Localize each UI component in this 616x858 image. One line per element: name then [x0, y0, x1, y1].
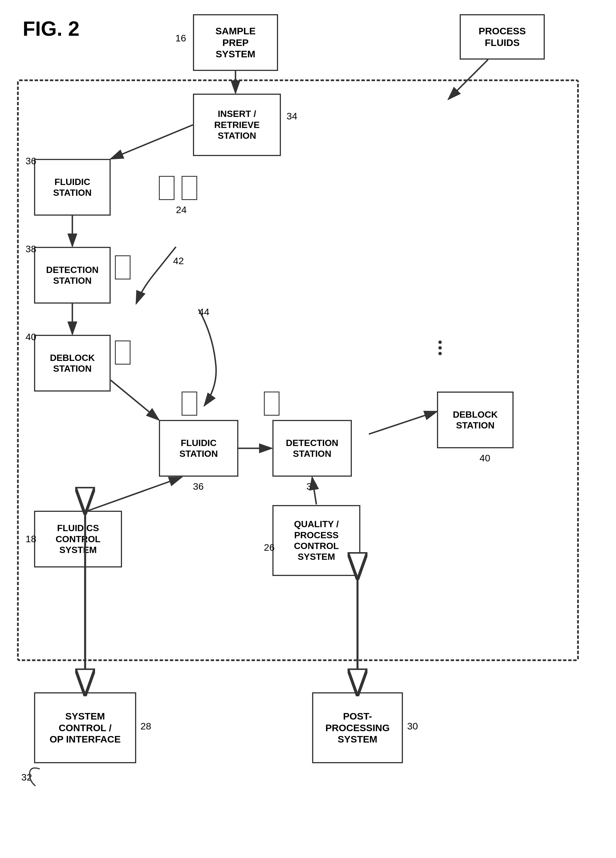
- chip-6: [264, 392, 280, 416]
- ref-24: 24: [176, 204, 187, 215]
- insert-retrieve-box: INSERT / RETRIEVE STATION: [193, 94, 281, 156]
- fluidic-station-top: FLUIDIC STATION: [34, 159, 110, 216]
- post-processing-box: POST- PROCESSING SYSTEM: [312, 692, 403, 763]
- sample-prep-box: SAMPLE PREP SYSTEM: [193, 14, 278, 71]
- detection-station-mid: DETECTION STATION: [272, 420, 352, 477]
- fluidic-station-mid: FLUIDIC STATION: [159, 420, 238, 477]
- ref-36b: 36: [193, 481, 204, 492]
- ref-32: 32: [21, 772, 32, 783]
- system-control-box: SYSTEM CONTROL / OP INTERFACE: [34, 692, 136, 763]
- ref-34: 34: [286, 110, 297, 122]
- ref-28: 28: [140, 721, 151, 732]
- ref-16: 16: [175, 33, 186, 44]
- ref-36a: 36: [25, 155, 36, 166]
- figure-label: FIG. 2: [23, 17, 79, 40]
- fluidics-control-box: FLUIDICS CONTROL SYSTEM: [34, 511, 122, 567]
- ref-38b: 38: [306, 481, 317, 492]
- chip-2: [182, 176, 197, 200]
- ref-18: 18: [25, 533, 36, 544]
- ref-30: 30: [407, 721, 418, 732]
- ref-26: 26: [264, 542, 275, 553]
- ref-38a: 38: [25, 244, 36, 255]
- detection-station-top: DETECTION STATION: [34, 247, 110, 303]
- dot-1: [439, 340, 442, 344]
- ref-40a: 40: [25, 331, 36, 342]
- dot-2: [439, 346, 442, 350]
- process-fluids-box: PROCESS FLUIDS: [460, 14, 545, 60]
- ellipsis-dots: [439, 340, 442, 355]
- dot-3: [439, 352, 442, 355]
- ref-42: 42: [173, 255, 184, 266]
- quality-process-box: QUALITY / PROCESS CONTROL SYSTEM: [272, 505, 360, 576]
- ref-44: 44: [199, 306, 209, 317]
- deblock-station-top: DEBLOCK STATION: [34, 335, 110, 392]
- chip-4: [115, 340, 131, 365]
- chip-1: [159, 176, 174, 200]
- chip-5: [182, 392, 197, 416]
- chip-3: [115, 255, 131, 280]
- deblock-station-right: DEBLOCK STATION: [437, 392, 513, 448]
- ref-40b: 40: [479, 452, 490, 464]
